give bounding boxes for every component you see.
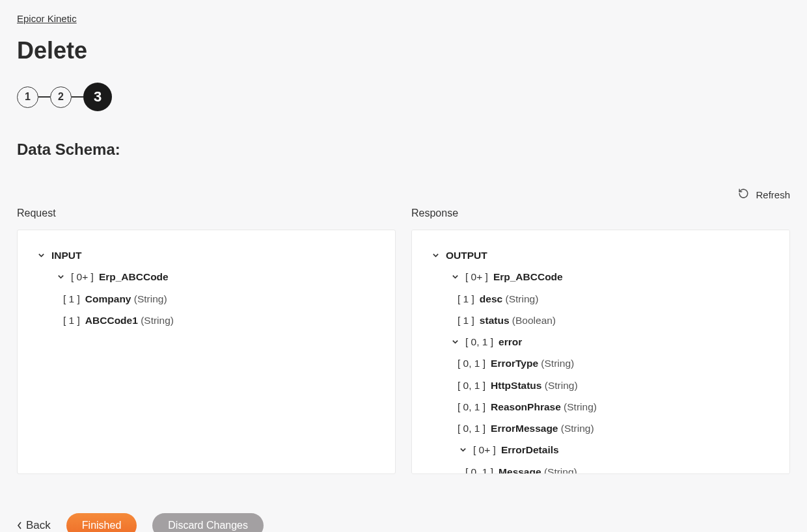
tree-item[interactable]: INPUT bbox=[36, 245, 377, 266]
cardinality: [ 0, 1 ] bbox=[465, 464, 493, 475]
cardinality: [ 1 ] bbox=[458, 291, 474, 306]
field-name: status bbox=[480, 315, 510, 326]
back-button[interactable]: Back bbox=[17, 519, 51, 532]
field-name: Erp_ABCCode bbox=[99, 271, 169, 282]
field-name: ErrorType bbox=[491, 358, 538, 369]
field-name: Message bbox=[499, 466, 541, 475]
step-connector bbox=[38, 96, 50, 98]
tree-item: [ 1 ] ABCCode1 (String) bbox=[36, 310, 377, 331]
section-title: Data Schema: bbox=[17, 140, 790, 159]
cardinality: [ 1 ] bbox=[63, 313, 80, 328]
chevron-left-icon bbox=[17, 521, 22, 530]
step-connector bbox=[72, 96, 83, 98]
chevron-down-icon[interactable] bbox=[458, 445, 468, 455]
tree-item: [ 0, 1 ] ErrorType (String) bbox=[430, 352, 771, 374]
cardinality: [ 0, 1 ] bbox=[458, 378, 486, 393]
tree-item: [ 1 ] desc (String) bbox=[430, 288, 771, 310]
tree-item: [ 0, 1 ] Message (String) bbox=[430, 461, 771, 475]
response-column: Response OUTPUT[ 0+ ] Erp_ABCCode[ 1 ] d… bbox=[411, 207, 790, 474]
refresh-icon bbox=[738, 188, 749, 201]
field-name: ABCCode1 bbox=[85, 315, 138, 326]
chevron-down-icon[interactable] bbox=[36, 250, 46, 261]
refresh-button[interactable]: Refresh bbox=[17, 188, 790, 201]
tree-item: [ 0, 1 ] ReasonPhrase (String) bbox=[430, 396, 771, 418]
field-name: ErrorDetails bbox=[501, 444, 559, 455]
tree-item[interactable]: [ 0, 1 ] error bbox=[430, 331, 771, 352]
field-name: HttpStatus bbox=[491, 380, 541, 391]
field-type: (String) bbox=[506, 293, 539, 304]
tree-item[interactable]: [ 0+ ] Erp_ABCCode bbox=[430, 266, 771, 287]
breadcrumb: Epicor Kinetic bbox=[17, 13, 790, 24]
breadcrumb-link[interactable]: Epicor Kinetic bbox=[17, 13, 77, 24]
response-panel[interactable]: OUTPUT[ 0+ ] Erp_ABCCode[ 1 ] desc (Stri… bbox=[411, 230, 790, 474]
field-type: (Boolean) bbox=[512, 315, 556, 326]
tree-item: [ 0, 1 ] HttpStatus (String) bbox=[430, 375, 771, 396]
schema-row: Request INPUT[ 0+ ] Erp_ABCCode[ 1 ] Com… bbox=[17, 207, 790, 474]
discard-changes-button[interactable]: Discard Changes bbox=[152, 513, 264, 532]
field-type: (String) bbox=[564, 401, 597, 412]
cardinality: [ 0, 1 ] bbox=[458, 399, 486, 414]
finished-button[interactable]: Finished bbox=[66, 513, 137, 532]
field-type: (String) bbox=[545, 380, 578, 391]
field-name: OUTPUT bbox=[446, 250, 487, 261]
chevron-down-icon[interactable] bbox=[450, 337, 460, 347]
chevron-down-icon[interactable] bbox=[55, 272, 66, 282]
field-type: (String) bbox=[141, 315, 174, 326]
request-column: Request INPUT[ 0+ ] Erp_ABCCode[ 1 ] Com… bbox=[17, 207, 396, 474]
chevron-down-icon[interactable] bbox=[430, 250, 441, 261]
cardinality: [ 0+ ] bbox=[71, 269, 94, 284]
response-label: Response bbox=[411, 207, 790, 219]
back-label: Back bbox=[26, 519, 51, 532]
field-name: desc bbox=[480, 293, 502, 304]
field-name: INPUT bbox=[51, 250, 82, 261]
request-panel[interactable]: INPUT[ 0+ ] Erp_ABCCode[ 1 ] Company (St… bbox=[17, 230, 396, 474]
tree-item[interactable]: [ 0+ ] Erp_ABCCode bbox=[36, 266, 377, 287]
stepper: 1 2 3 bbox=[17, 83, 790, 111]
field-type: (String) bbox=[561, 423, 594, 434]
field-type: (String) bbox=[134, 293, 167, 304]
field-name: Erp_ABCCode bbox=[493, 271, 563, 282]
tree-item: [ 1 ] Company (String) bbox=[36, 288, 377, 310]
cardinality: [ 1 ] bbox=[63, 291, 80, 306]
step-1[interactable]: 1 bbox=[17, 86, 38, 108]
field-type: (String) bbox=[541, 358, 574, 369]
cardinality: [ 0+ ] bbox=[473, 442, 496, 457]
cardinality: [ 0, 1 ] bbox=[458, 421, 486, 436]
tree-item: [ 0, 1 ] ErrorMessage (String) bbox=[430, 418, 771, 439]
field-name: Company bbox=[85, 293, 131, 304]
tree-item[interactable]: OUTPUT bbox=[430, 245, 771, 266]
refresh-label: Refresh bbox=[756, 189, 790, 200]
step-2[interactable]: 2 bbox=[50, 86, 72, 108]
cardinality: [ 0, 1 ] bbox=[465, 334, 493, 349]
footer: Back Finished Discard Changes bbox=[17, 494, 790, 532]
tree-item: [ 1 ] status (Boolean) bbox=[430, 310, 771, 331]
page-title: Delete bbox=[17, 37, 790, 64]
request-label: Request bbox=[17, 207, 396, 219]
tree-item[interactable]: [ 0+ ] ErrorDetails bbox=[430, 439, 771, 460]
field-name: ReasonPhrase bbox=[491, 401, 561, 412]
chevron-down-icon[interactable] bbox=[450, 272, 460, 282]
cardinality: [ 0, 1 ] bbox=[458, 356, 486, 371]
cardinality: [ 0+ ] bbox=[465, 269, 488, 284]
cardinality: [ 1 ] bbox=[458, 313, 474, 328]
field-name: ErrorMessage bbox=[491, 423, 558, 434]
field-type: (String) bbox=[544, 466, 577, 475]
field-name: error bbox=[499, 336, 522, 347]
step-3[interactable]: 3 bbox=[83, 83, 112, 111]
